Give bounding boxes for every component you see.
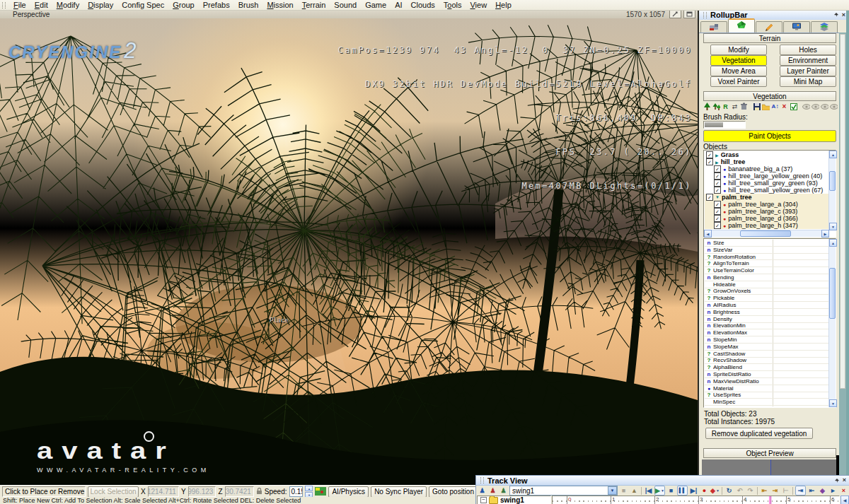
ai-physics-button[interactable]: AI/Physics (328, 486, 369, 498)
replace-object-icon[interactable]: R (722, 102, 729, 111)
property-row-useterraincolor[interactable]: ?UseTerrainColor (705, 267, 828, 274)
menu-item-view[interactable]: View (466, 1, 491, 10)
scroll-down-icon[interactable]: ▼ (829, 223, 837, 230)
property-value[interactable] (773, 309, 828, 315)
scroll-down-icon[interactable]: ▼ (829, 399, 837, 407)
property-value[interactable] (773, 274, 828, 281)
collapsed-arrow-icon[interactable]: ▶ (715, 153, 719, 158)
track-view-grip[interactable] (480, 477, 484, 484)
property-value[interactable] (773, 323, 828, 329)
sequence-node-label[interactable]: swing1 (500, 496, 524, 504)
vegetation-object-row-palm-tree-large-a[interactable]: ✓●palm_tree_large_a (304) (705, 201, 828, 208)
camera-follow-icon[interactable]: ▲ (630, 486, 639, 495)
property-row-sizevar[interactable]: nSizeVar (705, 247, 828, 254)
pin-icon[interactable] (832, 11, 841, 18)
toolbar-overflow-icon[interactable]: ◀ (841, 496, 849, 504)
spin-up-icon[interactable]: ▲ (305, 486, 313, 491)
add-sequence-icon[interactable]: ♟ (478, 486, 487, 495)
key-delete-icon[interactable]: × (839, 486, 848, 495)
toolbar-grip[interactable] (2, 2, 6, 8)
terrain-button-modify[interactable]: Modify (710, 45, 767, 55)
terrain-button-holes[interactable]: Holes (780, 45, 836, 55)
property-row-size[interactable]: nSize (705, 240, 828, 247)
tab-display[interactable] (783, 21, 810, 33)
scroll-left-icon[interactable]: ◀ (704, 230, 712, 238)
scroll-thumb[interactable] (740, 230, 791, 237)
key-paint-icon[interactable]: ◈ (818, 486, 827, 495)
property-value[interactable] (773, 247, 828, 253)
checkbox-icon[interactable]: ✓ (714, 165, 721, 172)
property-value[interactable] (773, 240, 828, 246)
menu-item-game[interactable]: Game (361, 1, 391, 10)
import-icon[interactable] (762, 102, 770, 111)
remove-duplicated-vegetation-button[interactable]: Remove duplicated vegetation (705, 428, 813, 439)
property-value[interactable] (773, 260, 828, 266)
checkbox-icon[interactable]: ✓ (706, 158, 713, 165)
property-value[interactable] (773, 358, 828, 364)
track-view-titlebar[interactable]: Track View × (476, 476, 849, 486)
edit-sequence-icon[interactable]: ♟ (499, 486, 508, 495)
rollupbar-titlebar[interactable]: RollupBar × (699, 10, 849, 20)
menu-item-clouds[interactable]: Clouds (407, 1, 439, 10)
menu-item-ai[interactable]: AI (391, 1, 406, 10)
collapsed-arrow-icon[interactable]: ▶ (715, 160, 719, 165)
checkbox-icon[interactable]: ✓ (714, 208, 721, 215)
scale-icon[interactable]: A↕ (771, 102, 779, 111)
y-coordinate-field[interactable]: 996.123 (188, 486, 216, 497)
terrain-button-layer-painter[interactable]: Layer Painter (780, 66, 836, 76)
property-value[interactable] (773, 267, 828, 274)
validate-icon[interactable] (790, 102, 797, 111)
property-row-growonvoxels[interactable]: ?GrowOnVoxels (705, 288, 828, 295)
property-row-elevationmax[interactable]: nElevationMax (705, 329, 828, 336)
menu-item-display[interactable]: Display (83, 1, 117, 10)
export-icon[interactable] (753, 102, 761, 111)
vegetation-object-row-bananatree-big-a[interactable]: ✓●bananatree_big_a (37) (705, 165, 828, 172)
clear-selection-icon[interactable]: × (780, 102, 788, 111)
vegetation-object-row-hill-tree[interactable]: ✓▶hill_tree (705, 158, 828, 165)
terrain-button-voxel-painter[interactable]: Voxel Painter (710, 76, 767, 87)
property-value[interactable] (773, 392, 828, 399)
tab-modelling[interactable] (756, 21, 782, 33)
property-row-spritedistratio[interactable]: nSpriteDistRatio (705, 371, 828, 378)
collapse-icon[interactable]: − (480, 497, 487, 503)
property-value[interactable] (773, 344, 828, 350)
properties-vscrollbar[interactable]: ▲ ▼ (828, 239, 836, 407)
key-slide-icon[interactable]: ⇤ (807, 486, 816, 495)
property-value[interactable] (773, 336, 828, 343)
menu-item-terrain[interactable]: Terrain (298, 1, 330, 10)
property-value[interactable] (773, 295, 828, 301)
set-key-icon[interactable]: ◆▼ (710, 486, 720, 495)
paint-objects-button[interactable]: Paint Objects (703, 130, 836, 142)
property-value[interactable] (773, 288, 828, 295)
vegetation-object-row-hill-tree-small-grey-green[interactable]: ✓●hill_tree_small_grey_green (93) (705, 180, 828, 187)
key-select-icon[interactable]: ► (828, 486, 838, 495)
scroll-thumb[interactable] (829, 268, 836, 319)
terrain-button-move-area[interactable]: Move Area (710, 66, 767, 76)
loop-icon[interactable]: ↻ (724, 486, 734, 495)
visibility-d-icon[interactable] (830, 102, 838, 111)
perspective-viewport[interactable]: CRYENGINE2 CamPos=1239 974 43 Angl=-12 0… (0, 18, 698, 485)
add-object-icon[interactable] (703, 102, 711, 111)
playhead[interactable] (769, 496, 771, 504)
sequence-select[interactable]: swing1▼ (509, 486, 618, 496)
menu-item-prefabs[interactable]: Prefabs (199, 1, 234, 10)
property-row-aligntoterrain[interactable]: ?AlignToTerrain (705, 260, 828, 267)
scroll-right-icon[interactable]: ▶ (821, 230, 829, 238)
scroll-up-icon[interactable]: ▲ (829, 151, 837, 158)
property-row-maxviewdistratio[interactable]: nMaxViewDistRatio (705, 378, 828, 385)
lock-selection-button[interactable]: Lock Selection (88, 486, 139, 498)
chevron-down-icon[interactable]: ▼ (608, 486, 617, 495)
property-value[interactable] (773, 364, 828, 370)
menu-item-help[interactable]: Help (491, 1, 516, 10)
menu-item-brush[interactable]: Brush (234, 1, 263, 10)
menu-item-file[interactable]: File (9, 1, 30, 10)
property-value[interactable] (773, 302, 828, 308)
property-row-density[interactable]: nDensity (705, 316, 828, 323)
menu-item-config-spec[interactable]: Config Spec (117, 1, 168, 10)
viewport-mode-label[interactable]: Perspective (0, 11, 50, 18)
property-row-pickable[interactable]: ?Pickable (705, 295, 828, 302)
brush-radius-slider[interactable] (703, 121, 746, 129)
visibility-b-icon[interactable] (812, 102, 819, 111)
terrain-button-environment[interactable]: Environment (780, 55, 836, 66)
property-value[interactable] (773, 378, 828, 385)
